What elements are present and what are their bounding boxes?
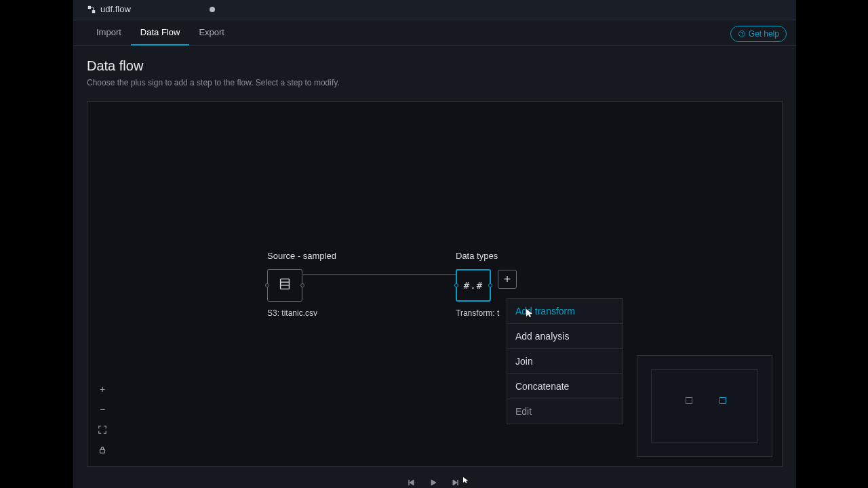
file-tab-label: udf.flow bbox=[100, 4, 131, 14]
skip-forward-icon bbox=[451, 479, 459, 487]
flow-canvas[interactable]: Source - sampled S3: titanic.csv Data ty… bbox=[87, 101, 783, 467]
svg-rect-7 bbox=[100, 449, 105, 453]
connector-line bbox=[303, 274, 456, 275]
help-icon bbox=[738, 30, 746, 38]
flow-file-icon bbox=[87, 5, 96, 14]
page-title: Data flow bbox=[87, 58, 783, 74]
get-help-label: Get help bbox=[749, 29, 779, 39]
fullscreen-icon bbox=[98, 425, 107, 434]
zoom-in-button[interactable]: + bbox=[94, 381, 111, 397]
node-source-title: Source - sampled bbox=[267, 251, 336, 261]
play-button[interactable] bbox=[429, 477, 439, 487]
menu-edit[interactable]: Edit bbox=[507, 399, 623, 424]
minimap-node-icon bbox=[719, 397, 726, 404]
fit-button[interactable] bbox=[94, 422, 111, 438]
minimap-node-icon bbox=[686, 397, 692, 404]
next-button[interactable] bbox=[451, 477, 460, 487]
port-icon bbox=[488, 283, 492, 287]
page-subtitle: Choose the plus sign to add a step to th… bbox=[87, 78, 783, 87]
svg-point-3 bbox=[741, 35, 742, 36]
port-icon bbox=[300, 283, 304, 287]
zoom-out-button[interactable]: − bbox=[94, 401, 111, 418]
file-tab-bar: udf.flow bbox=[73, 0, 796, 20]
node-data-types[interactable]: Data types #.# Transform: t bbox=[456, 251, 499, 318]
lock-button[interactable] bbox=[94, 442, 111, 458]
node-source[interactable]: Source - sampled S3: titanic.csv bbox=[267, 251, 336, 318]
node-types-box[interactable]: #.# bbox=[456, 269, 491, 302]
node-types-title: Data types bbox=[456, 251, 499, 261]
tab-data-flow[interactable]: Data Flow bbox=[131, 20, 190, 45]
node-source-box[interactable] bbox=[267, 269, 302, 302]
menu-concatenate[interactable]: Concatenate bbox=[507, 374, 623, 399]
playback-controls bbox=[408, 477, 460, 487]
svg-point-2 bbox=[738, 31, 745, 37]
tab-import[interactable]: Import bbox=[87, 20, 131, 45]
context-menu: Add transform Add analysis Join Concaten… bbox=[507, 298, 623, 424]
menu-add-analysis[interactable]: Add analysis bbox=[507, 324, 623, 349]
node-source-sub: S3: titanic.csv bbox=[267, 308, 336, 318]
tab-export[interactable]: Export bbox=[189, 20, 234, 45]
get-help-button[interactable]: Get help bbox=[730, 26, 787, 42]
svg-rect-1 bbox=[92, 9, 95, 12]
data-types-glyph-icon: #.# bbox=[464, 280, 483, 291]
port-icon bbox=[265, 283, 269, 287]
arrow-cursor-icon bbox=[462, 474, 469, 486]
lock-icon bbox=[98, 445, 107, 455]
skip-back-icon bbox=[408, 479, 416, 487]
port-icon bbox=[454, 283, 458, 287]
page-header: Data flow Choose the plus sign to add a … bbox=[73, 46, 796, 94]
file-tab[interactable]: udf.flow bbox=[80, 0, 222, 20]
minus-icon: − bbox=[100, 404, 105, 415]
unsaved-dot-icon bbox=[210, 7, 215, 12]
svg-rect-4 bbox=[281, 279, 290, 289]
plus-icon: + bbox=[100, 384, 105, 394]
prev-button[interactable] bbox=[408, 477, 417, 487]
minimap-viewport bbox=[651, 369, 758, 443]
zoom-controls: + − bbox=[94, 381, 111, 458]
svg-rect-0 bbox=[88, 5, 91, 8]
plus-icon: + bbox=[504, 272, 511, 287]
node-types-sub: Transform: t bbox=[456, 308, 499, 318]
menu-join[interactable]: Join bbox=[507, 349, 623, 374]
add-step-button[interactable]: + bbox=[498, 270, 517, 289]
minimap[interactable] bbox=[637, 355, 772, 457]
menu-add-transform[interactable]: Add transform bbox=[507, 299, 623, 324]
nav-tabs: Import Data Flow Export Get help bbox=[73, 20, 796, 46]
database-icon bbox=[277, 277, 292, 294]
play-icon bbox=[429, 479, 437, 487]
